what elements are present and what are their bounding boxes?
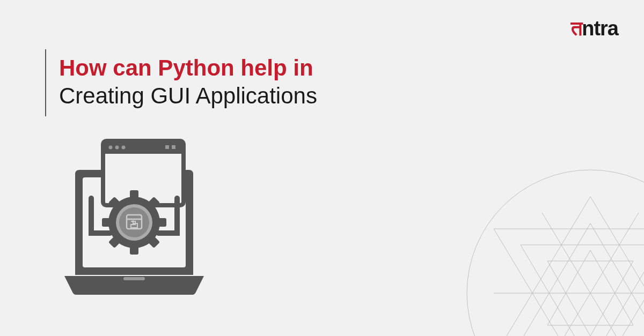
svg-point-6 [115, 146, 119, 150]
svg-rect-12 [130, 245, 138, 255]
svg-point-7 [122, 146, 126, 150]
svg-rect-13 [102, 218, 112, 227]
title-block: How can Python help in Creating GUI Appl… [45, 49, 317, 116]
geometric-background-pattern [462, 165, 644, 336]
svg-rect-14 [157, 218, 166, 227]
svg-rect-0 [123, 277, 145, 280]
svg-rect-11 [130, 190, 138, 200]
title-line-1: How can Python help in [59, 55, 317, 81]
laptop-gui-illustration [59, 137, 209, 303]
svg-line-32 [542, 213, 639, 336]
svg-marker-28 [547, 250, 633, 325]
svg-rect-4 [103, 151, 184, 154]
svg-rect-9 [165, 145, 169, 149]
brand-logo: तntra [571, 17, 618, 41]
title-line-2: Creating GUI Applications [59, 81, 317, 111]
svg-line-31 [542, 213, 639, 336]
logo-text: ntra [582, 17, 618, 40]
svg-marker-29 [547, 261, 633, 336]
logo-red-char: त [571, 17, 582, 40]
svg-point-20 [119, 207, 149, 237]
svg-point-5 [109, 146, 113, 150]
svg-rect-8 [172, 145, 175, 149]
